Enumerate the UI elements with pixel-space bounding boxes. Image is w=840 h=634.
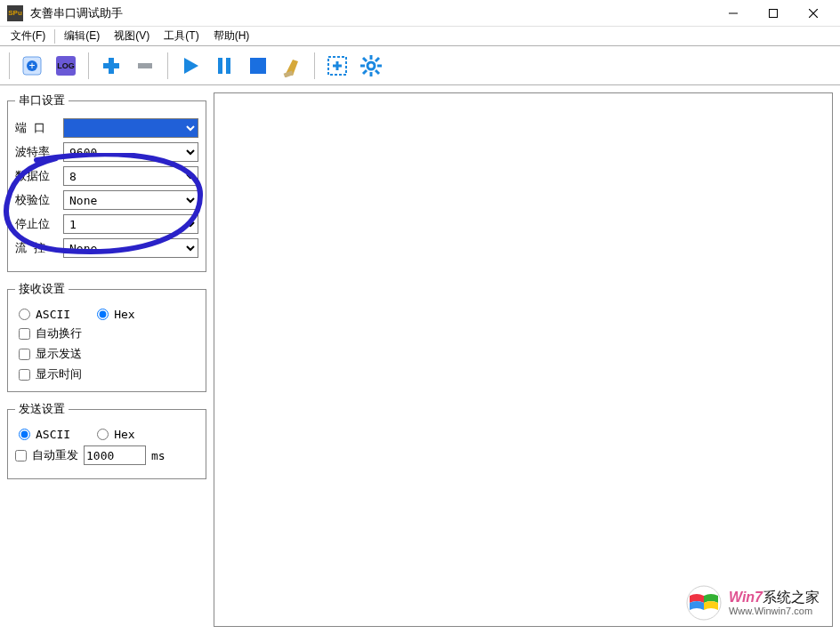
svg-line-28 — [376, 58, 379, 61]
recv-showtime-checkbox[interactable]: 显示时间 — [19, 366, 198, 382]
watermark: Win7系统之家 Www.Winwin7.com — [684, 585, 820, 621]
baud-label: 波特率 — [15, 144, 58, 160]
send-autorepeat-checkbox[interactable]: 自动重发 — [15, 447, 78, 463]
toolbar-separator — [88, 52, 89, 79]
svg-rect-15 — [250, 58, 266, 74]
settings-button[interactable] — [356, 51, 386, 81]
toolbar: + LOG — [0, 46, 840, 85]
recv-hex-radio[interactable]: Hex — [97, 308, 134, 321]
recv-ascii-radio[interactable]: ASCII — [19, 308, 70, 321]
svg-point-21 — [368, 62, 375, 69]
stopbits-select[interactable]: 1 — [63, 214, 198, 234]
port-select[interactable] — [63, 118, 198, 138]
serial-settings-group: 串口设置 端 口 波特率 9600 数据位 8 校验位 — [7, 92, 206, 272]
parity-label: 校验位 — [15, 192, 58, 208]
menu-view[interactable]: 视图(V) — [107, 27, 157, 45]
svg-line-29 — [363, 70, 367, 74]
add-button[interactable] — [96, 51, 126, 81]
maximize-button[interactable] — [753, 0, 793, 27]
play-button[interactable] — [175, 51, 206, 81]
settings-sidebar: 串口设置 端 口 波特率 9600 数据位 8 校验位 — [0, 85, 214, 634]
menu-separator — [54, 29, 55, 44]
connect-button[interactable]: + — [17, 51, 47, 81]
app-icon: SPu — [7, 5, 23, 21]
parity-select[interactable]: None — [63, 190, 198, 210]
close-button[interactable] — [793, 0, 833, 27]
baud-select[interactable]: 9600 — [63, 142, 198, 162]
serial-settings-legend: 串口设置 — [15, 92, 69, 108]
flowctrl-label: 流 控 — [15, 240, 58, 256]
send-settings-group: 发送设置 ASCII Hex 自动重发 ms — [7, 401, 206, 479]
title-bar: SPu 友善串口调试助手 — [0, 0, 840, 27]
send-ascii-radio[interactable]: ASCII — [19, 428, 70, 441]
svg-line-26 — [363, 58, 367, 61]
stop-button[interactable] — [243, 51, 273, 81]
send-interval-unit: ms — [151, 449, 166, 462]
new-window-button[interactable] — [322, 51, 352, 81]
recv-wrap-checkbox[interactable]: 自动换行 — [19, 325, 198, 341]
window-title: 友善串口调试助手 — [30, 5, 123, 21]
menu-tools[interactable]: 工具(T) — [157, 27, 206, 45]
receive-settings-legend: 接收设置 — [15, 281, 69, 297]
menu-edit[interactable]: 编辑(E) — [57, 27, 107, 45]
windows-logo-icon — [684, 585, 723, 621]
svg-rect-13 — [218, 58, 222, 74]
menu-file[interactable]: 文件(F) — [4, 27, 52, 45]
send-settings-legend: 发送设置 — [15, 401, 69, 417]
toolbar-separator — [167, 52, 168, 79]
toolbar-separator — [9, 52, 10, 79]
svg-text:+: + — [28, 60, 35, 72]
svg-rect-14 — [226, 58, 230, 74]
flowctrl-select[interactable]: None — [63, 238, 198, 258]
svg-marker-12 — [184, 58, 198, 74]
recv-showsend-checkbox[interactable]: 显示发送 — [19, 346, 198, 362]
toolbar-separator — [314, 52, 315, 79]
remove-button[interactable] — [130, 51, 160, 81]
output-textarea[interactable]: Win7系统之家 Www.Winwin7.com — [214, 92, 833, 627]
svg-text:LOG: LOG — [57, 61, 75, 70]
stopbits-label: 停止位 — [15, 216, 58, 232]
databits-label: 数据位 — [15, 168, 58, 184]
send-interval-input[interactable] — [84, 445, 146, 465]
menu-bar: 文件(F) 编辑(E) 视图(V) 工具(T) 帮助(H) — [0, 27, 840, 46]
menu-help[interactable]: 帮助(H) — [206, 27, 257, 45]
clear-button[interactable] — [277, 51, 307, 81]
svg-line-27 — [376, 70, 379, 74]
databits-select[interactable]: 8 — [63, 166, 198, 186]
minimize-button[interactable] — [713, 0, 753, 27]
port-label: 端 口 — [15, 120, 58, 136]
log-button[interactable]: LOG — [51, 51, 81, 81]
receive-settings-group: 接收设置 ASCII Hex 自动换行 显示发送 显示时间 — [7, 281, 206, 392]
pause-button[interactable] — [209, 51, 239, 81]
send-hex-radio[interactable]: Hex — [97, 428, 134, 441]
svg-rect-1 — [769, 9, 777, 17]
